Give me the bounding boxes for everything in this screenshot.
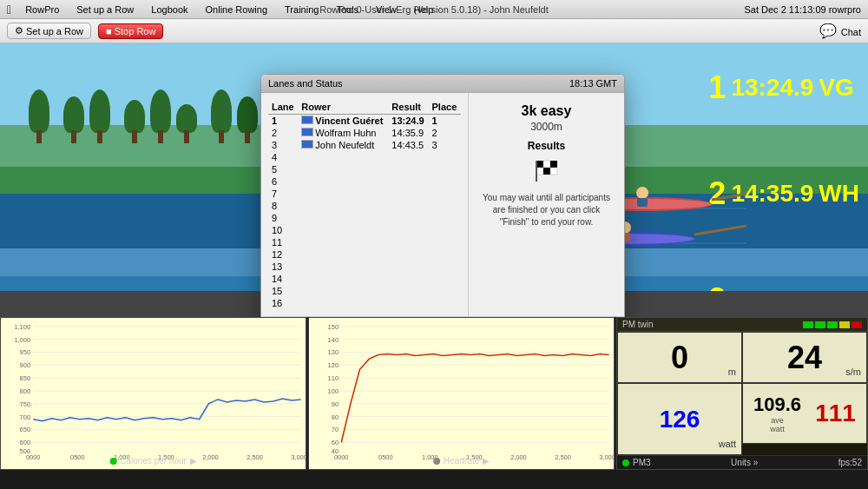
chat-button[interactable]: 💬 Chat	[819, 23, 861, 39]
cell-result	[388, 248, 428, 261]
svg-rect-14	[536, 161, 543, 168]
calories-chart-title: Calories per hour ▶	[109, 456, 197, 466]
score-entry-1: 1 13:24.9 VG	[708, 69, 859, 106]
heartrate-dot	[433, 458, 440, 465]
pm-power-unit: watt	[719, 439, 736, 449]
svg-rect-16	[536, 168, 543, 175]
col-place: Place	[429, 100, 461, 115]
clock: Sat Dec 2 11:13:09 rowrpro	[744, 4, 861, 15]
cell-rower	[298, 224, 388, 236]
svg-text:750: 750	[20, 401, 30, 408]
cell-place	[429, 261, 461, 273]
cell-lane: 9	[268, 212, 298, 224]
svg-text:2,000: 2,000	[202, 454, 219, 461]
dialog-header-right: 18:13 GMT	[569, 78, 617, 89]
svg-text:850: 850	[20, 375, 30, 382]
table-row: 16	[268, 297, 461, 309]
svg-text:3,000: 3,000	[291, 454, 306, 461]
cell-lane: 3	[268, 139, 298, 151]
table-row: 13	[268, 261, 461, 273]
menu-online[interactable]: Online Rowing	[202, 3, 272, 16]
pm-bar-green	[803, 321, 813, 328]
table-row: 12	[268, 248, 461, 261]
lanes-table: Lane Rower Result Place 1Vincent Guéret1…	[268, 100, 461, 309]
cell-place	[429, 175, 461, 188]
cell-result	[388, 212, 428, 224]
menu-training[interactable]: Training	[281, 3, 322, 16]
cell-result	[388, 285, 428, 297]
cell-rower: Vincent Guéret	[298, 115, 388, 128]
toolbar: ⚙ Set up a Row ■ Stop Row 💬 Chat	[0, 19, 868, 43]
dialog-results-section: 3k easy 3000m Results	[468, 93, 624, 316]
cell-rower	[298, 297, 388, 309]
svg-text:2,500: 2,500	[555, 454, 571, 461]
cell-lane: 1	[268, 115, 298, 128]
stop-icon: ■	[106, 26, 112, 36]
svg-text:140: 140	[328, 337, 339, 344]
results-label: Results	[479, 140, 614, 152]
pm-header: PM twin	[617, 318, 867, 332]
cell-place	[429, 285, 461, 297]
heartrate-chart-wrapper: 150 140 130 120 110 100 90 80 70 60 40 0…	[309, 318, 614, 469]
svg-text:600: 600	[20, 440, 30, 447]
menu-setup[interactable]: Set up a Row	[73, 3, 137, 16]
pm-power-value: 126	[660, 407, 700, 432]
flag-icon	[301, 140, 313, 149]
cell-rower	[298, 175, 388, 188]
cell-place	[429, 151, 461, 163]
pm-bar-red	[852, 321, 862, 328]
stop-row-button[interactable]: ■ Stop Row	[98, 23, 163, 39]
cell-lane: 14	[268, 273, 298, 285]
heartrate-arrow: ▶	[483, 456, 490, 466]
apple-icon[interactable]: 	[7, 3, 11, 17]
race-title: 3k easy	[479, 103, 614, 119]
menu-rowpro[interactable]: RowPro	[22, 3, 62, 16]
cell-lane: 16	[268, 297, 298, 309]
menubar-right: Sat Dec 2 11:13:09 rowrpro	[744, 4, 861, 15]
initials-1: VG	[819, 74, 853, 102]
pm3-label: PM3	[622, 458, 651, 467]
table-row: 6	[268, 175, 461, 188]
setup-icon: ⚙	[15, 25, 23, 36]
calories-arrow: ▶	[190, 456, 197, 466]
cell-result: 14:35.9	[388, 127, 428, 139]
checkered-flag-icon	[533, 157, 561, 185]
table-row: 5	[268, 163, 461, 175]
calories-dot	[109, 458, 116, 465]
cell-place	[429, 188, 461, 200]
cell-result	[388, 175, 428, 188]
svg-rect-15	[543, 161, 550, 168]
svg-text:80: 80	[332, 414, 339, 421]
svg-text:0000: 0000	[26, 454, 41, 461]
cell-lane: 13	[268, 261, 298, 273]
cell-result	[388, 297, 428, 309]
pm-bars	[803, 321, 862, 328]
cell-place	[429, 248, 461, 261]
svg-text:110: 110	[328, 375, 339, 382]
svg-text:130: 130	[328, 350, 339, 357]
pm-display-value: 111	[815, 400, 856, 427]
cell-lane: 15	[268, 285, 298, 297]
calories-label: Calories per hour	[120, 456, 187, 466]
cell-rower	[298, 261, 388, 273]
cell-result	[388, 151, 428, 163]
svg-text:3,000: 3,000	[599, 454, 614, 461]
window-title: RowPro 0-User 1-Erg (Version 5.0.18) - J…	[319, 4, 549, 15]
menu-logbook[interactable]: Logbook	[148, 3, 191, 16]
table-row: 1Vincent Guéret13:24.91	[268, 115, 461, 128]
svg-text:60: 60	[332, 440, 339, 447]
table-row: 9	[268, 212, 461, 224]
setup-row-button[interactable]: ⚙ Set up a Row	[7, 23, 91, 39]
cell-lane: 7	[268, 188, 298, 200]
cell-place	[429, 273, 461, 285]
cell-lane: 8	[268, 200, 298, 212]
svg-line-5	[712, 191, 746, 200]
svg-rect-50	[309, 318, 614, 469]
pm3-text: PM3	[633, 458, 651, 467]
pm-bar-green2	[815, 321, 825, 328]
lane-1: 1	[708, 69, 726, 106]
cell-lane: 6	[268, 175, 298, 188]
cell-result	[388, 188, 428, 200]
svg-text:90: 90	[332, 401, 339, 408]
pm-grid: 0 m 24 s/m 126 watt 109.6 ave watt	[617, 332, 867, 455]
